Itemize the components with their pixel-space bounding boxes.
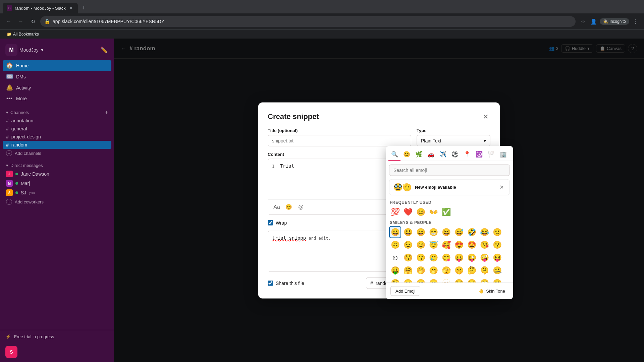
sidebar-item-dms[interactable]: ✉️ DMs xyxy=(3,71,111,82)
dm-section-header[interactable]: ▾ Direct messages xyxy=(3,162,111,169)
emoji-cell[interactable]: 🫣 xyxy=(440,264,452,276)
emoji-tool[interactable]: 😊 xyxy=(284,202,293,212)
emoji-search-input[interactable] xyxy=(389,164,510,176)
back-button[interactable]: ← xyxy=(4,17,13,26)
emoji-cell[interactable]: 😚 xyxy=(402,251,414,263)
emoji-cell-selected[interactable]: 😀 xyxy=(389,226,401,238)
dm-item-sj[interactable]: S SJ you xyxy=(3,188,111,197)
emoji-cell[interactable]: 😃 xyxy=(402,226,414,238)
channel-item-general[interactable]: # general xyxy=(3,125,111,133)
sidebar-footer[interactable]: ⚡ Free trial in progress xyxy=(0,330,114,343)
channels-section-header[interactable]: ▾ Channels + xyxy=(3,108,111,117)
emoji-cell[interactable]: 😁 xyxy=(427,226,439,238)
forward-button[interactable]: → xyxy=(16,17,25,26)
emoji-cell[interactable]: 🤨 xyxy=(389,277,401,282)
emoji-cell[interactable]: 😅 xyxy=(453,226,465,238)
format-text-tool[interactable]: Aa xyxy=(272,202,281,212)
emoji-tab-symbols[interactable]: ☮️ xyxy=(473,148,485,161)
add-emoji-button[interactable]: Add Emoji xyxy=(390,286,420,296)
sidebar-item-home[interactable]: 🏠 Home xyxy=(3,60,111,71)
emoji-cell[interactable]: 🫢 xyxy=(427,264,439,276)
share-checkbox[interactable] xyxy=(268,280,273,286)
user-avatar-button[interactable]: S xyxy=(5,346,17,358)
emoji-cell[interactable]: 😝 xyxy=(491,251,503,263)
emoji-cell[interactable]: 😐 xyxy=(402,277,414,282)
emoji-cell[interactable]: 😆 xyxy=(440,226,452,238)
bookmarks-folder[interactable]: 📁 All Bookmarks xyxy=(4,31,42,37)
emoji-tab-flags[interactable]: 🏳️ xyxy=(485,148,497,161)
emoji-cell[interactable]: ☺️ xyxy=(389,251,401,263)
emoji-tab-objects[interactable]: 📍 xyxy=(461,148,473,161)
type-select[interactable]: Plain Text ▾ xyxy=(417,135,490,146)
emoji-cell[interactable]: 😄 xyxy=(415,226,427,238)
emoji-cell[interactable]: ✅ xyxy=(440,206,452,218)
channel-item-project-design[interactable]: # project-design xyxy=(3,133,111,141)
modal-close-button[interactable]: ✕ xyxy=(481,112,490,121)
sidebar-item-activity[interactable]: 🔔 Activity xyxy=(3,82,111,93)
channel-item-annotation[interactable]: # annotation xyxy=(3,117,111,125)
emoji-cell[interactable]: 😒 xyxy=(466,277,478,282)
mention-tool[interactable]: @ xyxy=(296,202,306,212)
emoji-cell[interactable]: 🤑 xyxy=(389,264,401,276)
new-emoji-close-button[interactable]: ✕ xyxy=(497,183,505,191)
emoji-cell[interactable]: 🤭 xyxy=(415,264,427,276)
emoji-cell[interactable]: 🤣 xyxy=(466,226,478,238)
emoji-tab-custom[interactable]: 🏢 xyxy=(497,148,509,161)
new-tab-button[interactable]: + xyxy=(79,3,89,13)
wrap-checkbox[interactable] xyxy=(268,220,273,225)
emoji-cell[interactable]: 🥲 xyxy=(427,251,439,263)
emoji-tab-search[interactable]: 🔍 xyxy=(388,148,400,161)
emoji-cell[interactable]: 😬 xyxy=(491,277,503,282)
channel-item-random[interactable]: # random xyxy=(3,141,111,149)
emoji-cell[interactable]: 🤪 xyxy=(478,251,490,263)
tab-close-button[interactable]: ✕ xyxy=(68,5,74,11)
emoji-cell[interactable]: 😶 xyxy=(427,277,439,282)
menu-icon[interactable]: ⋮ xyxy=(631,17,640,26)
emoji-cell[interactable]: 🙂 xyxy=(491,226,503,238)
emoji-cell[interactable]: ❤️ xyxy=(402,206,414,218)
emoji-cell[interactable]: 😘 xyxy=(478,239,490,251)
emoji-cell[interactable]: 😂 xyxy=(478,226,490,238)
emoji-cell[interactable]: 🤐 xyxy=(491,264,503,276)
emoji-tab-food[interactable]: 🚗 xyxy=(425,148,437,161)
compose-icon[interactable]: ✏️ xyxy=(99,45,109,55)
emoji-tab-nature[interactable]: 🌿 xyxy=(413,148,425,161)
emoji-cell[interactable]: 🙃 xyxy=(389,239,401,251)
emoji-cell[interactable]: 😛 xyxy=(453,251,465,263)
address-bar[interactable]: 🔒 app.slack.com/client/T067MEBPPUY/C066Y… xyxy=(40,16,576,27)
emoji-cell[interactable]: 🙄 xyxy=(478,277,490,282)
emoji-cell[interactable]: 😗 xyxy=(491,239,503,251)
emoji-cell[interactable]: 😜 xyxy=(466,251,478,263)
profile-icon[interactable]: 👤 xyxy=(589,17,598,26)
emoji-cell[interactable]: 🫥 xyxy=(440,277,452,282)
star-icon[interactable]: ☆ xyxy=(578,17,588,26)
emoji-cell[interactable]: 😊 xyxy=(415,206,427,218)
emoji-cell[interactable]: 😏 xyxy=(453,277,465,282)
emoji-cell[interactable]: 🤩 xyxy=(466,239,478,251)
skin-tone-button[interactable]: 🤚 Skin Tone xyxy=(475,286,508,295)
emoji-tab-smileys[interactable]: 😊 xyxy=(400,148,413,161)
emoji-cell[interactable]: 😍 xyxy=(453,239,465,251)
emoji-cell[interactable]: 👐 xyxy=(427,206,439,218)
add-coworkers-button[interactable]: + Add coworkers xyxy=(3,197,111,206)
workspace-name-button[interactable]: M MoodJoy ▼ xyxy=(5,44,44,56)
add-channel-icon[interactable]: + xyxy=(105,109,108,115)
dm-item-marj[interactable]: M Marj xyxy=(3,179,111,188)
emoji-cell[interactable]: 🤫 xyxy=(453,264,465,276)
emoji-tab-activities[interactable]: ⚽ xyxy=(449,148,461,161)
emoji-cell[interactable]: 😇 xyxy=(427,239,439,251)
emoji-cell[interactable]: 💯 xyxy=(389,206,401,218)
emoji-cell[interactable]: 🫠 xyxy=(478,264,490,276)
emoji-cell[interactable]: 🤔 xyxy=(466,264,478,276)
emoji-cell[interactable]: 😉 xyxy=(402,239,414,251)
add-channels-button[interactable]: + Add channels xyxy=(3,149,111,158)
emoji-tab-travel[interactable]: ✈️ xyxy=(437,148,449,161)
title-input[interactable] xyxy=(268,135,411,146)
emoji-cell[interactable]: 😑 xyxy=(415,277,427,282)
sidebar-item-more[interactable]: ••• More xyxy=(3,93,111,104)
dm-item-jane[interactable]: J Jane Dawson xyxy=(3,169,111,179)
emoji-cell[interactable]: 😙 xyxy=(415,251,427,263)
emoji-cell[interactable]: 😋 xyxy=(440,251,452,263)
emoji-cell[interactable]: 🤗 xyxy=(402,264,414,276)
emoji-cell[interactable]: 😊 xyxy=(415,239,427,251)
